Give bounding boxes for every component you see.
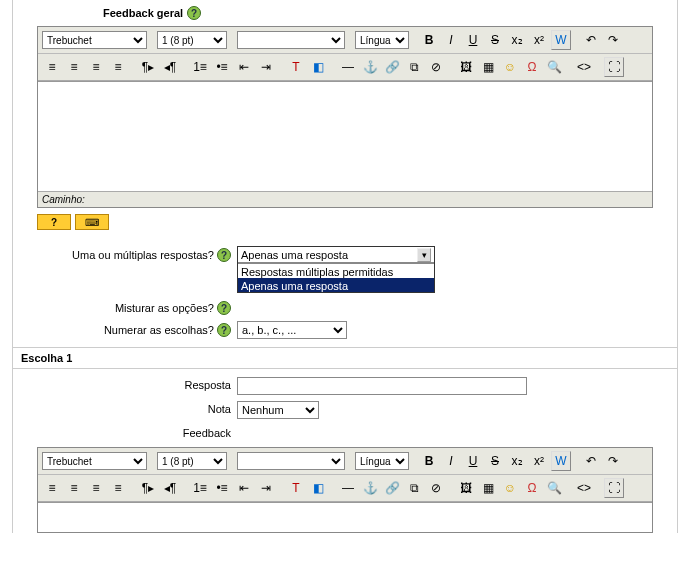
hr-icon[interactable]: — [338, 57, 358, 77]
align-justify-icon[interactable]: ≡ [108, 57, 128, 77]
respostas-option[interactable]: Apenas uma resposta [238, 278, 434, 292]
help-icon[interactable]: ? [187, 6, 201, 20]
nolink-icon[interactable]: ⊘ [426, 478, 446, 498]
image-icon[interactable]: 🖼 [456, 57, 476, 77]
help-icon[interactable]: ? [217, 323, 231, 337]
respostas-label: Uma ou múltiplas respostas? [72, 249, 214, 261]
strike-icon[interactable]: S [485, 451, 505, 471]
rtl-icon[interactable]: ◂¶ [160, 57, 180, 77]
superscript-icon[interactable]: x² [529, 451, 549, 471]
nota-label: Nota [37, 401, 237, 415]
outdent-icon[interactable]: ⇤ [234, 478, 254, 498]
lang-select[interactable]: Língua [355, 31, 409, 49]
smiley-icon[interactable]: ☺ [500, 57, 520, 77]
anchor-icon[interactable]: ⚓ [360, 478, 380, 498]
help-icon[interactable]: ? [217, 248, 231, 262]
bg-color-icon[interactable]: ◧ [308, 478, 328, 498]
link-icon[interactable]: 🔗 [382, 57, 402, 77]
find-icon[interactable]: 🔍 [544, 57, 564, 77]
unlink-icon[interactable]: ⧉ [404, 57, 424, 77]
font-size-select[interactable]: 1 (8 pt) [157, 452, 227, 470]
align-right-icon[interactable]: ≡ [86, 478, 106, 498]
hr-icon[interactable]: — [338, 478, 358, 498]
respostas-select[interactable]: Apenas uma resposta ▾ Respostas múltipla… [237, 246, 435, 293]
table-icon[interactable]: ▦ [478, 57, 498, 77]
indent-icon[interactable]: ⇥ [256, 478, 276, 498]
resposta-label: Resposta [37, 377, 237, 391]
bold-icon[interactable]: B [419, 30, 439, 50]
redo-icon[interactable]: ↷ [603, 451, 623, 471]
clean-icon[interactable]: W [551, 30, 571, 50]
editor1-canvas[interactable] [38, 81, 652, 191]
fullscreen-icon[interactable]: ⛶ [604, 57, 624, 77]
unlink-icon[interactable]: ⧉ [404, 478, 424, 498]
underline-icon[interactable]: U [463, 30, 483, 50]
strike-icon[interactable]: S [485, 30, 505, 50]
anchor-icon[interactable]: ⚓ [360, 57, 380, 77]
respostas-selected: Apenas uma resposta [241, 249, 348, 261]
subscript-icon[interactable]: x₂ [507, 451, 527, 471]
char-icon[interactable]: Ω [522, 478, 542, 498]
smiley-icon[interactable]: ☺ [500, 478, 520, 498]
misturar-label: Misturar as opções? [115, 302, 214, 314]
ltr-icon[interactable]: ¶▸ [138, 478, 158, 498]
clean-icon[interactable]: W [551, 451, 571, 471]
source-icon[interactable]: <> [574, 478, 594, 498]
bg-color-icon[interactable]: ◧ [308, 57, 328, 77]
source-icon[interactable]: <> [574, 57, 594, 77]
editor2-canvas[interactable] [38, 502, 652, 532]
align-center-icon[interactable]: ≡ [64, 478, 84, 498]
find-icon[interactable]: 🔍 [544, 478, 564, 498]
font-select[interactable]: Trebuchet [42, 31, 147, 49]
style-select[interactable] [237, 31, 345, 49]
rtl-icon[interactable]: ◂¶ [160, 478, 180, 498]
escolha1-heading: Escolha 1 [13, 347, 677, 369]
align-center-icon[interactable]: ≡ [64, 57, 84, 77]
font-select[interactable]: Trebuchet [42, 452, 147, 470]
fullscreen-icon[interactable]: ⛶ [604, 478, 624, 498]
underline-icon[interactable]: U [463, 451, 483, 471]
align-right-icon[interactable]: ≡ [86, 57, 106, 77]
text-color-icon[interactable]: T [286, 478, 306, 498]
style-select[interactable] [237, 452, 345, 470]
text-color-icon[interactable]: T [286, 57, 306, 77]
redo-icon[interactable]: ↷ [603, 30, 623, 50]
bold-icon[interactable]: B [419, 451, 439, 471]
numerar-label: Numerar as escolhas? [104, 324, 214, 336]
ltr-icon[interactable]: ¶▸ [138, 57, 158, 77]
editor2-toolbar-row1: Trebuchet 1 (8 pt) Língua B I U S x₂ x² … [38, 448, 652, 475]
respostas-option[interactable]: Respostas múltiplas permitidas [238, 264, 434, 278]
link-icon[interactable]: 🔗 [382, 478, 402, 498]
char-icon[interactable]: Ω [522, 57, 542, 77]
align-justify-icon[interactable]: ≡ [108, 478, 128, 498]
editor1-toolbar-row2: ≡ ≡ ≡ ≡ ¶▸ ◂¶ 1≡ •≡ ⇤ ⇥ T ◧ — ⚓ 🔗 ⧉ ⊘ 🖼 … [38, 54, 652, 81]
undo-icon[interactable]: ↶ [581, 451, 601, 471]
indent-icon[interactable]: ⇥ [256, 57, 276, 77]
keyboard-icon[interactable]: ⌨ [75, 214, 109, 230]
italic-icon[interactable]: I [441, 30, 461, 50]
align-left-icon[interactable]: ≡ [42, 57, 62, 77]
editor2-toolbar-row2: ≡ ≡ ≡ ≡ ¶▸ ◂¶ 1≡ •≡ ⇤ ⇥ T ◧ — ⚓ 🔗 ⧉ ⊘ 🖼 … [38, 475, 652, 502]
outdent-icon[interactable]: ⇤ [234, 57, 254, 77]
table-icon[interactable]: ▦ [478, 478, 498, 498]
unordered-list-icon[interactable]: •≡ [212, 57, 232, 77]
resposta-input[interactable] [237, 377, 527, 395]
align-left-icon[interactable]: ≡ [42, 478, 62, 498]
nolink-icon[interactable]: ⊘ [426, 57, 446, 77]
numerar-select[interactable]: a., b., c., ... [237, 321, 347, 339]
undo-icon[interactable]: ↶ [581, 30, 601, 50]
lang-select[interactable]: Língua [355, 452, 409, 470]
superscript-icon[interactable]: x² [529, 30, 549, 50]
chevron-down-icon[interactable]: ▾ [417, 248, 431, 262]
ordered-list-icon[interactable]: 1≡ [190, 478, 210, 498]
ordered-list-icon[interactable]: 1≡ [190, 57, 210, 77]
editor1-toolbar-row1: Trebuchet 1 (8 pt) Língua B I U S x₂ x² … [38, 27, 652, 54]
italic-icon[interactable]: I [441, 451, 461, 471]
nota-select[interactable]: Nenhum [237, 401, 319, 419]
font-size-select[interactable]: 1 (8 pt) [157, 31, 227, 49]
subscript-icon[interactable]: x₂ [507, 30, 527, 50]
unordered-list-icon[interactable]: •≡ [212, 478, 232, 498]
help-button-icon[interactable]: ? [37, 214, 71, 230]
help-icon[interactable]: ? [217, 301, 231, 315]
image-icon[interactable]: 🖼 [456, 478, 476, 498]
